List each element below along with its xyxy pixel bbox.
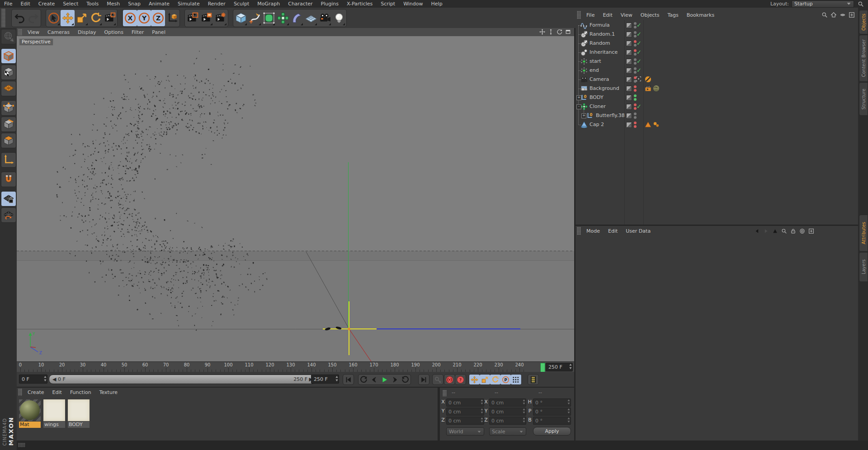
previous-frame-button[interactable]: [369, 375, 379, 384]
coord-field-x1[interactable]: 0 cm: [489, 398, 526, 407]
next-frame-button[interactable]: [390, 375, 400, 384]
range-end-field[interactable]: 250 F: [311, 375, 339, 384]
stepper-icon[interactable]: [522, 399, 526, 406]
stepper-icon[interactable]: [569, 363, 572, 371]
record-key-button[interactable]: [433, 375, 443, 384]
key-parameter-button[interactable]: P: [500, 375, 511, 384]
stepper-icon[interactable]: [567, 399, 571, 406]
enabled-check[interactable]: ✓: [637, 31, 642, 38]
material-menu-function[interactable]: Function: [66, 389, 95, 396]
layer-toggle[interactable]: [626, 50, 632, 56]
side-tab-attributes[interactable]: Attributes: [859, 215, 868, 252]
goto-next-key-button[interactable]: [400, 375, 410, 384]
render-visibility-dot[interactable]: [634, 89, 637, 92]
search-icon[interactable]: [857, 0, 864, 8]
timeline-ruler[interactable]: 0102030405060708090100110120130140150160…: [17, 361, 574, 373]
viewport-menu-display[interactable]: Display: [74, 28, 100, 36]
play-button[interactable]: [379, 375, 390, 384]
goto-end-button[interactable]: [419, 375, 429, 384]
stepper-icon[interactable]: [480, 417, 484, 424]
phong-tag[interactable]: [645, 121, 652, 128]
add-light-button[interactable]: [332, 10, 346, 26]
render-settings-button[interactable]: [213, 10, 227, 26]
attr-focus-button[interactable]: [798, 227, 806, 235]
coord-world-dropdown[interactable]: World: [446, 427, 484, 436]
attr-forward-button[interactable]: [762, 227, 770, 235]
material-menu-edit[interactable]: Edit: [48, 389, 66, 396]
enabled-check[interactable]: ✓: [637, 49, 642, 56]
add-spline-button[interactable]: [248, 10, 262, 26]
undo-button[interactable]: [12, 10, 26, 26]
layer-toggle[interactable]: [626, 77, 632, 83]
menu-simulate[interactable]: Simulate: [174, 0, 204, 8]
enable-axis-button[interactable]: [1, 152, 16, 168]
move-button[interactable]: [61, 10, 75, 26]
add-deformer-button[interactable]: [290, 10, 304, 26]
object-manager-grip[interactable]: [577, 11, 581, 19]
material-wings[interactable]: wings: [43, 399, 65, 428]
menu-character[interactable]: Character: [284, 0, 316, 8]
object-row-end[interactable]: end✓: [576, 66, 858, 75]
object-row-random[interactable]: Random✓: [576, 39, 858, 48]
attribute-manager-menu-user-data[interactable]: User Data: [622, 227, 655, 235]
menu-file[interactable]: File: [0, 0, 16, 8]
make-editable-button[interactable]: [1, 29, 16, 44]
side-tab-structure[interactable]: Structure: [859, 82, 868, 116]
attribute-manager-menu-edit[interactable]: Edit: [604, 227, 622, 235]
render-visibility-dot[interactable]: [634, 125, 637, 128]
comp-tag[interactable]: [645, 85, 652, 92]
object-row-start[interactable]: start✓: [576, 57, 858, 66]
om-add-button[interactable]: [848, 11, 855, 19]
object-row-camera[interactable]: Camera: [576, 75, 858, 84]
menu-animate[interactable]: Animate: [145, 0, 174, 8]
render-picture-viewer-button[interactable]: [199, 10, 213, 26]
layer-toggle[interactable]: [626, 23, 632, 28]
om-eye-button[interactable]: [839, 11, 846, 19]
expander-collapsed[interactable]: +: [581, 113, 586, 118]
workplane-mode-button[interactable]: [1, 81, 16, 96]
apply-button[interactable]: Apply: [533, 427, 571, 436]
model-mode-button[interactable]: [1, 48, 16, 64]
attr-back-button[interactable]: [753, 227, 761, 235]
object-row-cloner[interactable]: Cloner✓: [576, 102, 858, 111]
object-row-butterfly-38[interactable]: 0Butterfly.38: [576, 111, 858, 120]
stepper-icon[interactable]: [567, 408, 571, 415]
layout-select[interactable]: Startup: [792, 0, 854, 8]
keyframe-selection-button[interactable]: ?: [455, 375, 466, 384]
coord-scale-dropdown[interactable]: Scale: [489, 427, 526, 436]
viewport-menu-grip[interactable]: [18, 29, 22, 35]
menu-plugins[interactable]: Plugins: [317, 0, 343, 8]
current-frame-field[interactable]: 0 F: [19, 375, 47, 384]
layer-toggle[interactable]: [626, 104, 632, 110]
editor-visibility-dot[interactable]: [634, 85, 637, 88]
enabled-check[interactable]: ✓: [637, 40, 642, 47]
active-camera-icon[interactable]: [636, 76, 643, 83]
enabled-check[interactable]: ✓: [637, 103, 642, 110]
live-selection-button[interactable]: [47, 10, 61, 26]
layer-toggle[interactable]: [626, 122, 632, 128]
enabled-check[interactable]: ✓: [637, 67, 642, 74]
object-manager-menu-bookmarks[interactable]: Bookmarks: [683, 11, 718, 19]
pan-view-button[interactable]: [539, 28, 546, 35]
viewport-menu-options[interactable]: Options: [100, 28, 127, 36]
viewport-menu-panel[interactable]: Panel: [148, 28, 170, 36]
expander-expanded[interactable]: -: [576, 104, 581, 109]
coord-field-z0[interactable]: 0 cm: [446, 417, 484, 425]
object-manager-menu-view[interactable]: View: [617, 11, 637, 19]
stepper-icon[interactable]: [43, 375, 47, 383]
menu-sculpt[interactable]: Sculpt: [230, 0, 253, 8]
lock-workplane-button[interactable]: [1, 191, 16, 206]
material-menu-create[interactable]: Create: [24, 389, 48, 396]
add-subdivision-surface-button[interactable]: [262, 10, 276, 26]
layer-toggle[interactable]: [626, 41, 632, 47]
attribute-manager-menu-mode[interactable]: Mode: [582, 227, 604, 235]
enabled-check[interactable]: ✓: [637, 22, 642, 28]
attr-search-button[interactable]: [780, 227, 788, 235]
material-mat[interactable]: Mat: [19, 399, 41, 428]
tex-tag[interactable]: [653, 85, 660, 92]
key-scale-button[interactable]: [480, 375, 490, 384]
coord-field-x0[interactable]: 0 cm: [446, 398, 484, 407]
coord-field-h2[interactable]: 0 °: [533, 398, 571, 407]
stepper-icon[interactable]: [480, 399, 484, 406]
object-row-inheritance[interactable]: Inheritance✓: [576, 48, 858, 57]
